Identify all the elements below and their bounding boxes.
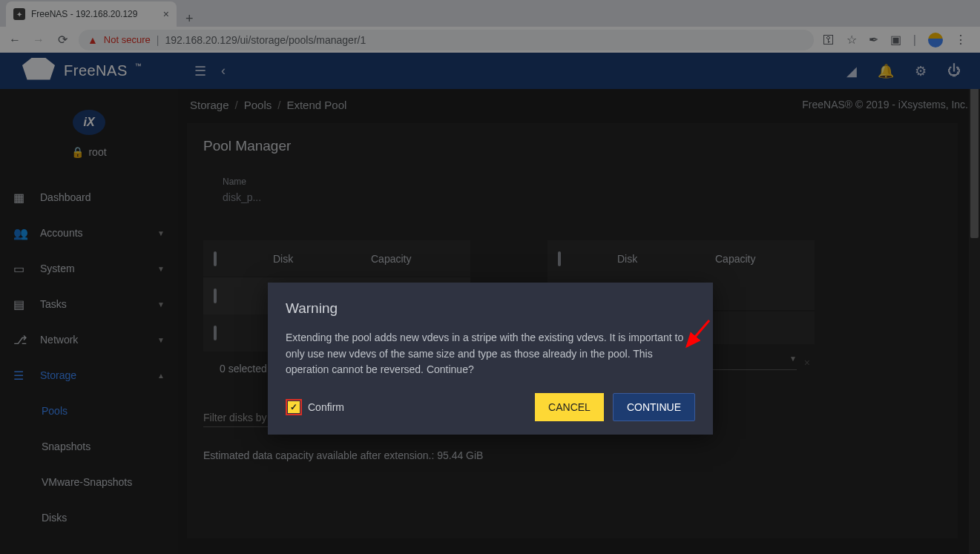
modal-body: Extending the pool adds new vdevs in a s… [286,330,695,378]
confirm-checkbox[interactable]: ✓ [288,401,300,413]
confirm-checkbox-highlight: ✓ [286,399,302,415]
modal-footer: ✓ Confirm CANCEL CONTINUE [286,393,695,421]
continue-button[interactable]: CONTINUE [613,393,695,421]
modal-title: Warning [286,300,695,317]
cancel-button[interactable]: CANCEL [535,393,604,421]
confirm-label: Confirm [308,401,344,413]
confirm-area: ✓ Confirm [286,399,344,415]
warning-modal: Warning Extending the pool adds new vdev… [268,283,713,435]
modal-backdrop [0,0,980,554]
modal-actions: CANCEL CONTINUE [535,393,695,421]
